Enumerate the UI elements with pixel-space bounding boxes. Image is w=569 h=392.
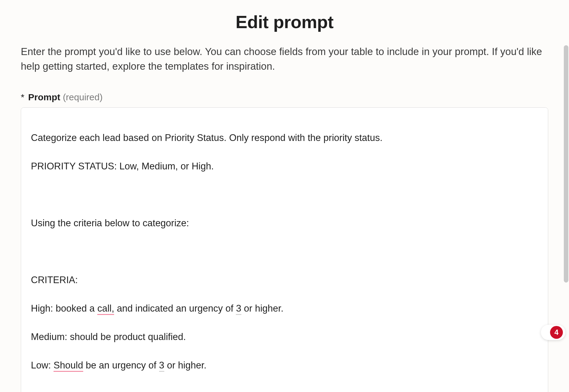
prompt-editor[interactable]: Categorize each lead based on Priority S… [21,107,548,392]
field-required-text: (required) [63,92,102,102]
notification-count-badge: 4 [550,326,563,339]
prompt-text-line: CRITERIA: [31,273,538,287]
prompt-text-line [31,387,538,392]
page-description: Enter the prompt you'd like to use below… [21,44,548,74]
prompt-content[interactable]: Categorize each lead based on Priority S… [21,108,548,392]
grammar-underline: 3 [159,360,164,372]
required-asterisk: * [21,92,24,102]
spellcheck-underline: call, [97,303,114,315]
spellcheck-underline: Should [54,360,83,372]
prompt-text-line: Using the criteria below to categorize: [31,216,538,231]
prompt-text-line: Categorize each lead based on Priority S… [31,131,538,145]
scrollbar-thumb[interactable] [564,45,568,283]
prompt-text-line [31,188,538,202]
prompt-text-line: Low: Should be an urgency of 3 or higher… [31,358,538,373]
page-title: Edit prompt [21,12,548,32]
field-label-text: Prompt [28,92,60,102]
prompt-field-label: * Prompt (required) [21,92,548,102]
grammar-underline: 3 [236,303,241,315]
prompt-text-line: PRIORITY STATUS: Low, Medium, or High. [31,159,538,174]
prompt-text-line [31,245,538,259]
edit-prompt-panel: Edit prompt Enter the prompt you'd like … [0,0,569,392]
notification-pill[interactable]: 4 [541,325,565,340]
prompt-text-line: Medium: should be product qualified. [31,330,538,344]
prompt-text-line: High: booked a call, and indicated an ur… [31,301,538,316]
